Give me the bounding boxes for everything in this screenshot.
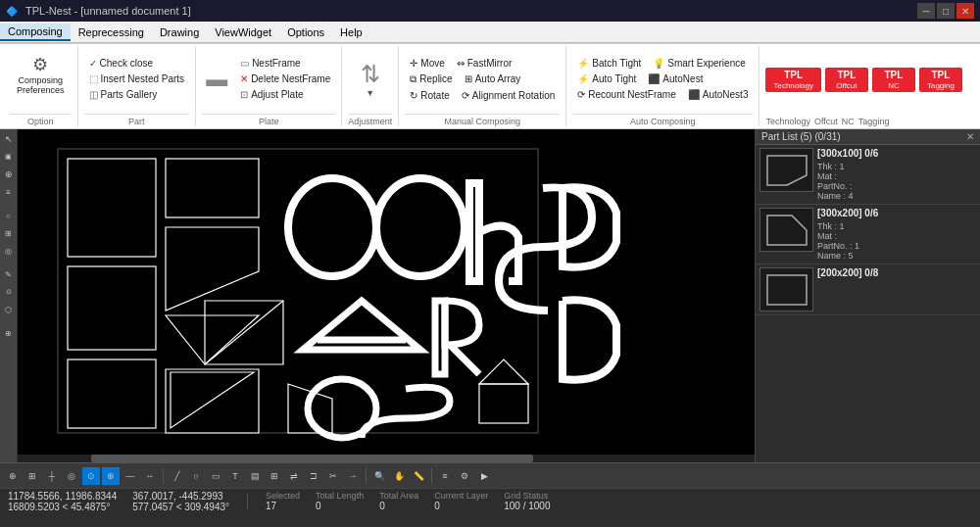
menu-reprecessing[interactable]: Reprecessing [71,24,152,40]
tool-3[interactable]: ⊕ [1,167,17,182]
alignment-rotation-button[interactable]: ⟳ Alignment Rotation [457,88,561,103]
part-list-close-button[interactable]: ✕ [966,131,974,142]
part-item-3[interactable]: [200x200] 0/8 [756,264,980,315]
toolbar-lineweight-btn[interactable]: — [122,467,139,485]
nc-tpl-button[interactable]: TPL NC [872,68,915,92]
zoom-tool[interactable]: ⊕ [1,325,17,341]
smart-experience-button[interactable]: 💡 Smart Experience [648,56,750,71]
adjust-plate-button[interactable]: ⊡ Adjust Plate [235,87,335,102]
toolbar-array-btn[interactable]: ⊞ [266,467,283,485]
toolbar-layer-btn[interactable]: ≡ [436,467,454,485]
check-close-button[interactable]: ✓ Check close [84,56,158,71]
menu-help[interactable]: Help [332,24,370,40]
maximize-button[interactable]: □ [937,3,955,19]
rotate-label: Rotate [420,90,449,101]
fastmirror-button[interactable]: ⇔ FastMirror [452,56,517,71]
batch-tight-button[interactable]: ⚡ Batch Tight [572,56,646,71]
toolbar-mirror-btn[interactable]: ⇌ [285,467,303,485]
select-tool[interactable]: ↖ [1,131,17,147]
grid-status-label: Grid Status [504,491,550,501]
toolbar-cmdline-btn[interactable]: ▶ [475,467,493,485]
menu-viewwidget[interactable]: ViewWidget [207,24,279,40]
menu-drawing[interactable]: Drawing [152,24,207,40]
svg-marker-5 [166,227,259,311]
toolbar-dim-btn[interactable]: ↔ [141,467,159,485]
toolbar-extend-btn[interactable]: → [344,467,362,485]
toolbar-otrack-btn[interactable]: ⊕ [102,467,120,485]
tool-5[interactable]: ○ [1,208,17,223]
recount-button[interactable]: ⟳ Recount NestFrame [572,87,680,102]
tool-9[interactable]: ⊙ [1,284,17,300]
h-scrollbar[interactable] [18,455,755,462]
toolbar-measure-btn[interactable]: 📏 [410,467,427,485]
minimize-button[interactable]: ─ [917,3,935,19]
svg-marker-23 [767,216,807,245]
toolbar-trim-btn[interactable]: ✂ [324,467,342,485]
toolbar-circle-btn[interactable]: ○ [187,467,205,485]
part-items: ✓ Check close ⬚ Insert Nested Parts ◫ Pa… [84,46,190,112]
current-layer-val: 0 [434,501,488,511]
toolbar-polar-btn[interactable]: ◎ [63,467,80,485]
toolbar-zoom-btn[interactable]: 🔍 [370,467,388,485]
check-close-icon: ✓ [89,58,97,69]
autonest-button[interactable]: ⬛ AutoNest [643,72,708,86]
smart-experience-label: Smart Experience [667,58,745,69]
part-info-2: [300x200] 0/6 Thk : 1 Mat : PartNo. : 1 … [817,208,878,261]
ribbon-content: ⚙ Composing Preferences Option ✓ Check c… [0,43,980,128]
toolbar-sep-2 [366,468,367,484]
bottom-toolbar: ⊕ ⊞ ┼ ◎ ⊙ ⊕ — ↔ ╱ ○ ▭ T ▤ ⊞ ⇌ ⊐ ✂ → 🔍 ✋ … [0,462,980,488]
tagging-tpl-button[interactable]: TPL Tagging [919,68,962,92]
plate-label: Plate [202,114,335,126]
parts-gallery-button[interactable]: ◫ Parts Gallery [84,87,163,102]
toolbar-rect-btn[interactable]: ▭ [207,467,224,485]
part-item-1[interactable]: [300x100] 0/6 Thk : 1 Mat : PartNo. : Na… [756,145,980,205]
svg-rect-20 [479,384,528,423]
auto-tight-button[interactable]: ⚡ Auto Tight [572,72,641,86]
composing-preferences-button[interactable]: ⚙ Composing Preferences [10,50,72,109]
tool-6[interactable]: ⊞ [1,225,17,241]
canvas-area[interactable] [18,129,755,462]
menu-options[interactable]: Options [279,24,332,40]
tool-7[interactable]: ◎ [1,243,17,259]
current-layer-field: Current Layer 0 [434,491,488,511]
tool-10[interactable]: ⬡ [1,302,17,317]
toolbar-text-btn[interactable]: T [226,467,244,485]
toolbar-pan-btn[interactable]: ✋ [390,467,408,485]
tool-2[interactable]: ▣ [1,149,17,165]
toolbar-osnap-btn[interactable]: ⊙ [82,467,100,485]
toolbar-sep-3 [431,468,432,484]
ribbon-group-plate: ▬ ▭ NestFrame ✕ Delete NestFrame ⊡ Adjus… [196,46,342,126]
rotate-button[interactable]: ↻ Rotate [405,88,454,103]
toolbar-snap-btn[interactable]: ⊕ [4,467,22,485]
toolbar-props-btn[interactable]: ⚙ [456,467,473,485]
autonest3-button[interactable]: ⬛ AutoNest3 [683,87,754,102]
replice-button[interactable]: ⧉ Replice [405,72,457,87]
delete-nestframe-button[interactable]: ✕ Delete NestFrame [235,72,335,86]
autonest3-icon: ⬛ [688,89,700,100]
part-list-title: Part List (5) (0/31) [761,131,841,142]
offcut-tpl-button[interactable]: TPL Offcut [825,68,868,92]
toolbar-ortho-btn[interactable]: ┼ [43,467,61,485]
part-item-2[interactable]: [300x200] 0/6 Thk : 1 Mat : PartNo. : 1 … [756,205,980,264]
tool-8[interactable]: ✎ [1,266,17,282]
toolbar-grid-btn[interactable]: ⊞ [24,467,41,485]
nestframe-button[interactable]: ▭ NestFrame [235,56,335,71]
part-thumb-3 [760,267,813,311]
parts-gallery-icon: ◫ [89,89,98,100]
tool-4[interactable]: ≡ [1,184,17,200]
toolbar-line-btn[interactable]: ╱ [168,467,185,485]
auto-array-button[interactable]: ⊞ Auto Array [460,72,526,86]
svg-rect-24 [767,275,807,305]
insert-nested-button[interactable]: ⬚ Insert Nested Parts [84,72,190,86]
auto-tight-label: Auto Tight [592,73,636,84]
menu-bar: Composing Reprecessing Drawing ViewWidge… [0,22,980,43]
menu-composing[interactable]: Composing [0,24,71,41]
nestframe-label: NestFrame [252,58,300,69]
technology-tpl-button[interactable]: TPL Technology [765,68,820,92]
toolbar-offset-btn[interactable]: ⊐ [305,467,322,485]
move-button[interactable]: ✛ Move [405,56,449,71]
parts-gallery-label: Parts Gallery [101,89,158,100]
ribbon-group-tpl: TPL Technology TPL Offcut TPL NC [760,46,968,126]
close-button[interactable]: ✕ [956,3,974,19]
toolbar-hatch-btn[interactable]: ▤ [246,467,264,485]
